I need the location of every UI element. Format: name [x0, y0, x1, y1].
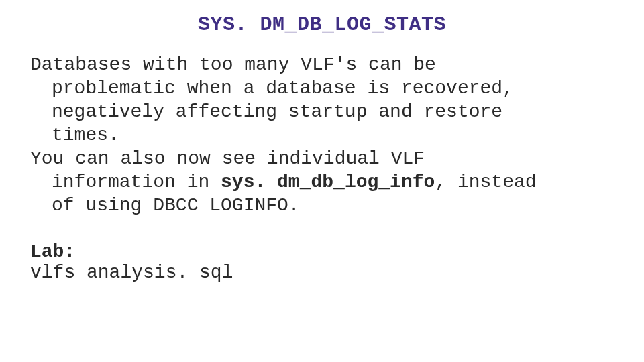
- slide-title: SYS. DM_DB_LOG_STATS: [30, 13, 614, 36]
- p1-text-line4: times.: [30, 123, 614, 147]
- p2-text-line1: You can also now see individual VLF: [30, 148, 425, 169]
- lab-label: Lab:: [30, 241, 614, 262]
- p2-text-line2a: information in: [52, 172, 221, 192]
- p2-text-line3: of using DBCC LOGINFO.: [30, 194, 614, 217]
- p1-text-line1: Databases with too many VLF's can be: [30, 54, 436, 75]
- p1-text-line2: problematic when a database is recovered…: [30, 76, 614, 100]
- paragraph-1: Databases with too many VLF's can be pro…: [30, 53, 614, 147]
- paragraph-2: You can also now see individual VLF info…: [30, 147, 614, 217]
- p2-bold-code: sys. dm_db_log_info: [221, 172, 435, 192]
- p1-text-line3: negatively affecting startup and restore: [30, 100, 614, 123]
- lab-file: vlfs analysis. sql: [30, 262, 614, 283]
- p2-text-line2c: , instead: [435, 172, 536, 192]
